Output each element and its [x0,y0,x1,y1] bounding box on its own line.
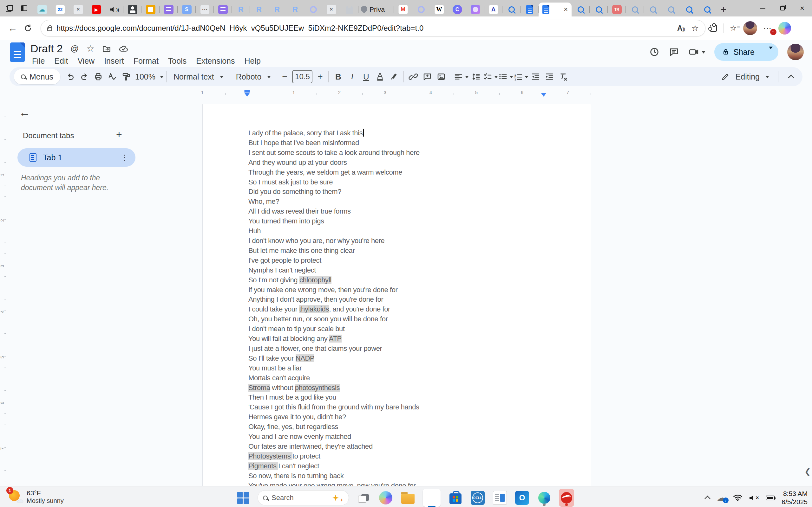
edge-profile-button[interactable] [537,490,552,505]
battery-icon[interactable] [766,496,774,500]
new-tab-button[interactable]: + [716,3,731,16]
browser-tab-gdocs[interactable] [520,3,539,16]
star-document-icon[interactable]: ☆ [86,43,94,54]
document-line[interactable]: You've made your one wrong move, now you… [248,481,562,486]
vertical-ruler[interactable]: 1234567 [0,98,11,486]
numbered-list-button[interactable]: 123 [513,69,528,84]
font-size-input[interactable]: 10.5 [292,70,312,83]
favorite-star-button[interactable]: ☆ [692,23,699,33]
menu-tools[interactable]: Tools [163,56,191,66]
menu-insert[interactable]: Insert [99,56,129,66]
microsoft-store-button[interactable] [448,490,463,505]
tab-search-button[interactable] [2,2,16,14]
document-line[interactable]: Okay, fine, yes, but regardless [248,422,562,432]
highlight-color-button[interactable] [387,69,401,84]
add-tab-button[interactable]: + [116,129,122,140]
browser-tab-search[interactable] [662,3,680,16]
browser-tab-youtube[interactable]: ▶ [87,3,105,16]
browser-menu-icon[interactable]: ⋯↑ [763,23,772,33]
browser-tab-gradient[interactable] [466,3,484,16]
align-button[interactable] [454,69,469,84]
font-select[interactable]: Roboto [232,69,274,84]
mention-badge-icon[interactable]: @ [70,44,79,54]
document-line[interactable]: But I hope that I've been misinformed [248,138,562,148]
browser-tab-search[interactable] [626,3,644,16]
zoom-select[interactable]: 100% [133,69,164,84]
document-title[interactable]: Draft 2 [31,43,63,55]
document-line[interactable]: So I must ask just to be sure [248,177,562,187]
trend-micro-button[interactable] [559,490,574,505]
url-text[interactable]: https://docs.google.com/document/d/1J-ad… [56,24,673,33]
document-line[interactable]: I sent out some scouts to take a look ar… [248,148,562,158]
browser-tab-search[interactable] [644,3,662,16]
browser-tab-speaker[interactable] [105,3,123,16]
add-comment-button[interactable] [420,69,434,84]
document-line[interactable]: Mortals can't acquire [248,373,562,383]
spellcheck-button[interactable] [105,69,119,84]
menu-format[interactable]: Format [129,56,163,66]
document-line[interactable]: Photosystems to protect [248,452,562,461]
taskbar-search[interactable]: Search [258,490,349,505]
document-line[interactable]: So I'm not giving chlorophyll [248,275,562,285]
file-explorer-button[interactable] [400,490,415,505]
weather-widget[interactable]: ☁ 1 63°F Mostly sunny [8,489,64,505]
menu-edit[interactable]: Edit [49,56,72,66]
insert-image-button[interactable] [434,69,448,84]
document-line[interactable]: You and I are now evenly matched [248,432,562,442]
document-line[interactable]: Then I must be a god like you [248,393,562,402]
decrease-indent-button[interactable] [528,69,542,84]
redo-button[interactable] [78,69,91,84]
hide-menus-button[interactable] [784,69,798,84]
italic-button[interactable]: I [345,69,359,84]
document-line[interactable]: I don't know who you are, nor why you're… [248,236,562,246]
browser-tab-search[interactable] [502,3,520,16]
document-line[interactable]: I could take your thylakoids, and you're… [248,304,562,314]
browser-tab-card[interactable]: ⋯ [196,3,214,16]
start-button[interactable] [235,490,251,505]
document-line[interactable]: Stroma without photosynthesis [248,383,562,393]
dell-button[interactable]: DELL [470,490,485,505]
browser-tab-letter-r[interactable]: R [250,3,268,16]
browser-tab-search[interactable] [571,3,590,16]
text-color-button[interactable] [373,69,387,84]
browser-tab-calendar[interactable]: 22 [51,3,69,16]
lock-icon[interactable] [47,27,52,31]
browser-tab-list[interactable] [159,3,177,16]
browser-tab-claude[interactable]: C [448,3,466,16]
line-spacing-button[interactable] [469,69,483,84]
document-line[interactable]: So I'll take your NADP [248,354,562,363]
document-line[interactable]: I don't mean to tip your scale but [248,324,562,334]
meet-video-icon[interactable] [688,47,705,57]
menu-file[interactable]: File [27,56,49,66]
tab-options-icon[interactable]: ⋮ [120,153,129,162]
minimize-button[interactable] [753,0,773,16]
checklist-button[interactable] [483,69,498,84]
document-line[interactable]: Did you do something to them? [248,187,562,197]
document-line[interactable]: You must be a liar [248,363,562,373]
mode-select[interactable]: Editing [718,69,772,84]
volume-muted-icon[interactable]: × [750,495,759,501]
document-line[interactable]: But let me make this one thing clear [248,246,562,256]
browser-tab-ring[interactable] [304,3,322,16]
menus-search-button[interactable]: Menus [14,69,60,84]
undo-button[interactable] [63,69,78,84]
browser-tab-letter-r[interactable]: R [268,3,286,16]
doc-tab-item[interactable]: Tab 1 ⋮ [17,148,136,167]
comments-icon[interactable] [669,47,679,57]
insert-link-button[interactable] [406,69,420,84]
edge-button[interactable] [422,489,441,507]
browser-tab-file-x[interactable]: × [69,3,87,16]
task-view-button[interactable] [356,490,371,505]
bold-button[interactable]: B [331,69,345,84]
document-line[interactable]: Huh [248,226,562,236]
bulleted-list-button[interactable] [498,69,513,84]
reload-button[interactable] [23,24,36,33]
browser-tab-gmail[interactable]: M [394,3,412,16]
document-line[interactable]: Hermes gave it to you, didn't he? [248,412,562,422]
clear-formatting-button[interactable] [556,69,570,84]
close-outline-button[interactable]: ← [19,106,31,119]
increase-indent-button[interactable] [542,69,556,84]
browser-tab-allmusic[interactable]: A [484,3,502,16]
tab-close-icon[interactable]: × [564,6,568,13]
browser-tab-letter-r[interactable]: R [232,3,250,16]
